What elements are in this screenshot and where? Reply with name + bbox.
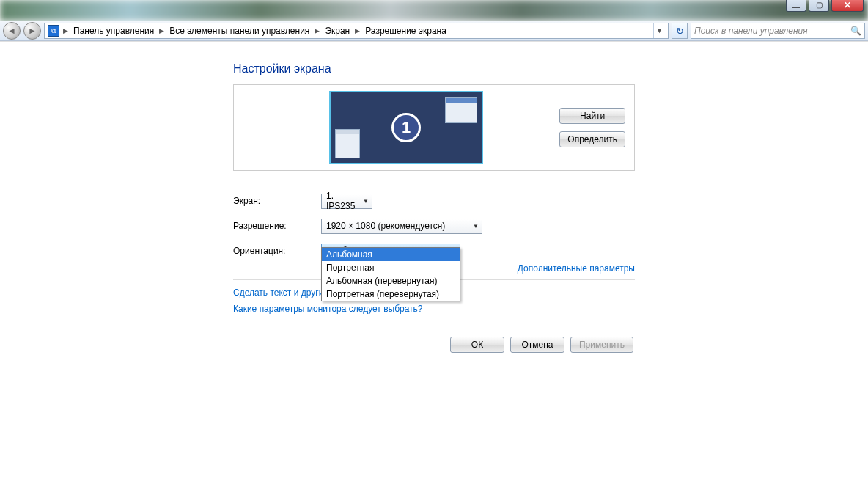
- content-area: Настройки экрана 1 Найти Определить Экра…: [0, 41, 868, 487]
- search-placeholder: Поиск в панели управления: [694, 26, 808, 36]
- screen-value: 1. IPS235: [326, 191, 360, 211]
- chevron-down-icon: ▼: [363, 198, 369, 205]
- breadcrumb-dropdown[interactable]: ▼: [653, 23, 665, 38]
- orientation-option-landscape-flipped[interactable]: Альбомная (перевернутая): [322, 274, 460, 288]
- orientation-option-landscape[interactable]: Альбомная: [322, 248, 460, 261]
- orientation-label: Ориентация:: [233, 246, 321, 256]
- control-panel-icon: ⧉: [48, 25, 59, 37]
- nav-forward-button[interactable]: ►: [23, 22, 41, 40]
- close-icon: ✕: [844, 0, 851, 10]
- maximize-icon: ▢: [816, 1, 823, 9]
- chevron-right-icon: ▶: [61, 27, 70, 34]
- apply-button[interactable]: Применить: [570, 337, 633, 353]
- refresh-button[interactable]: ↻: [672, 23, 688, 39]
- monitor-preview[interactable]: 1: [329, 91, 483, 164]
- breadcrumb[interactable]: ⧉ ▶ Панель управления ▶ Все элементы пан…: [44, 23, 669, 39]
- resolution-label: Разрешение:: [233, 221, 321, 231]
- search-input[interactable]: Поиск в панели управления 🔍: [691, 23, 865, 39]
- crumb-resolution[interactable]: Разрешение экрана: [364, 26, 448, 36]
- crumb-control-panel[interactable]: Панель управления: [72, 26, 155, 36]
- maximize-button[interactable]: ▢: [809, 0, 829, 12]
- page-title: Настройки экрана: [233, 62, 636, 76]
- chevron-right-icon: ▶: [353, 27, 362, 34]
- monitor-number-badge: 1: [391, 113, 421, 142]
- chevron-right-icon: ▶: [312, 27, 322, 34]
- chevron-right-icon: ▶: [157, 27, 166, 34]
- orientation-dropdown-list: Альбомная Портретная Альбомная (переверн…: [321, 247, 460, 301]
- nav-back-button[interactable]: ◄: [3, 22, 21, 40]
- orientation-option-portrait-flipped[interactable]: Портретная (перевернутая): [322, 288, 460, 301]
- window-controls: — ▢ ✕: [786, 0, 864, 12]
- crumb-screen[interactable]: Экран: [323, 26, 351, 36]
- find-button[interactable]: Найти: [559, 108, 625, 124]
- ok-button[interactable]: ОК: [450, 337, 504, 353]
- help-which-settings-link[interactable]: Какие параметры монитора следует выбрать…: [233, 304, 636, 314]
- resolution-value: 1920 × 1080 (рекомендуется): [326, 221, 445, 231]
- dialog-buttons: ОК Отмена Применить: [0, 332, 868, 357]
- crumb-all-items[interactable]: Все элементы панели управления: [168, 26, 311, 36]
- mini-window-icon: [335, 129, 360, 158]
- close-button[interactable]: ✕: [831, 0, 864, 12]
- search-icon: 🔍: [850, 26, 861, 36]
- cancel-button[interactable]: Отмена: [510, 337, 564, 353]
- monitor-preview-panel: 1 Найти Определить: [233, 84, 635, 171]
- address-bar: ◄ ► ⧉ ▶ Панель управления ▶ Все элементы…: [0, 21, 868, 41]
- orientation-option-portrait[interactable]: Портретная: [322, 261, 460, 274]
- minimize-button[interactable]: —: [786, 0, 806, 12]
- screen-combo[interactable]: 1. IPS235 ▼: [321, 194, 372, 209]
- minimize-icon: —: [792, 3, 800, 11]
- window-chrome-blur: [0, 0, 868, 21]
- detect-button[interactable]: Определить: [559, 131, 625, 147]
- resolution-combo[interactable]: 1920 × 1080 (рекомендуется) ▼: [321, 219, 482, 234]
- mini-window-icon: [445, 97, 477, 123]
- chevron-down-icon: ▼: [473, 223, 479, 230]
- screen-label: Экран:: [233, 196, 321, 206]
